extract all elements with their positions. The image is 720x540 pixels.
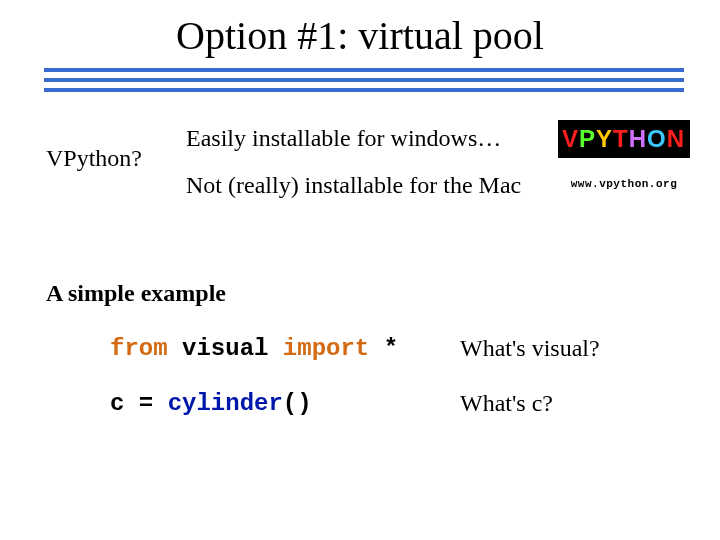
logo-letter: H: [629, 125, 647, 152]
question-c: What's c?: [460, 390, 553, 417]
logo-letter: Y: [596, 125, 613, 152]
vpython-logo: VPYTHON: [558, 120, 690, 158]
divider-line: [44, 68, 684, 72]
slide: Option #1: virtual pool VPython? Easily …: [0, 0, 720, 540]
vpython-url: www.vpython.org: [558, 178, 690, 190]
keyword-import: import: [283, 335, 369, 362]
info-windows: Easily installable for windows…: [186, 125, 501, 152]
divider-line: [44, 78, 684, 82]
divider-line: [44, 88, 684, 92]
vpython-label: VPython?: [46, 145, 142, 172]
module-name: visual: [182, 335, 268, 362]
import-star: *: [384, 335, 398, 362]
parentheses: (): [283, 390, 312, 417]
vpython-logo-text: VPYTHON: [558, 120, 690, 158]
keyword-from: from: [110, 335, 168, 362]
logo-letter: V: [562, 125, 579, 152]
code-line-import: from visual import *: [110, 335, 398, 362]
variable-name: c: [110, 390, 124, 417]
equals-sign: =: [139, 390, 153, 417]
function-name: cylinder: [168, 390, 283, 417]
example-heading: A simple example: [46, 280, 226, 307]
info-mac: Not (really) installable for the Mac: [186, 172, 521, 199]
slide-title: Option #1: virtual pool: [0, 12, 720, 59]
logo-letter: T: [613, 125, 629, 152]
code-line-assign: c = cylinder(): [110, 390, 312, 417]
logo-letter: O: [647, 125, 667, 152]
logo-letter: N: [667, 125, 685, 152]
logo-letter: P: [579, 125, 596, 152]
question-visual: What's visual?: [460, 335, 600, 362]
